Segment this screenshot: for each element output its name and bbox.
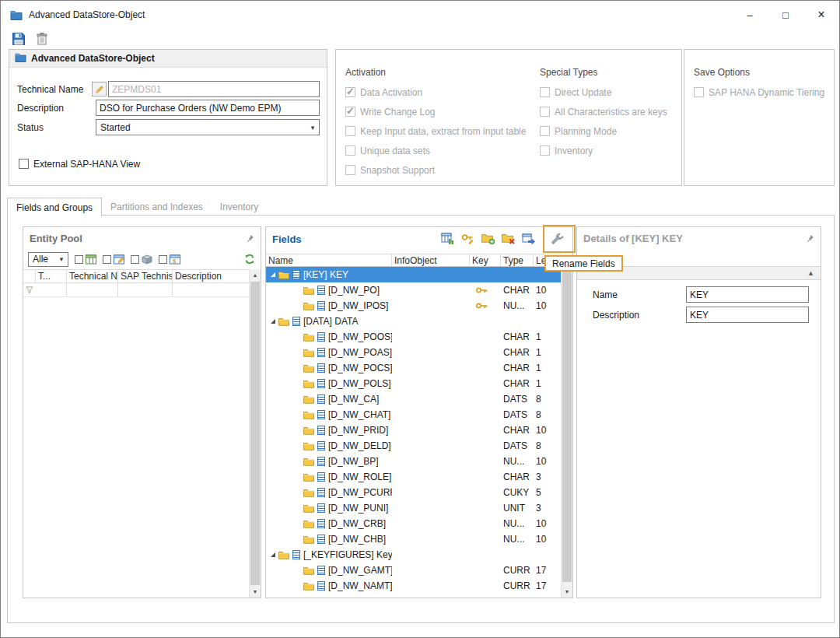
add-fields-icon[interactable] (440, 231, 456, 247)
infoobject-cell (392, 485, 470, 500)
save-option-checkbox-row[interactable]: SAP HANA Dynamic Tiering (694, 82, 824, 102)
field-row[interactable]: [DATA] DATA (266, 314, 561, 329)
move-fields-icon[interactable] (521, 231, 537, 247)
minimize-button[interactable]: – (732, 1, 768, 29)
column-header-description[interactable]: Description (173, 270, 249, 282)
pin-icon[interactable] (806, 234, 814, 243)
checkbox[interactable] (345, 145, 355, 156)
filter-checkbox-dso[interactable] (103, 255, 111, 264)
special-type-checkbox-row[interactable]: Inventory (540, 141, 667, 160)
fields-tree: [KEY] KEY (266, 267, 561, 598)
checkbox[interactable] (345, 126, 355, 136)
special-type-checkbox-row[interactable]: Direct Update (540, 82, 667, 102)
details-name-input[interactable] (686, 286, 809, 303)
field-row[interactable]: [D_NW_CHAT] DATS 8 (266, 407, 561, 422)
column-header-infoobject[interactable]: InfoObject (392, 254, 470, 266)
checkbox[interactable] (345, 165, 355, 175)
main-toolbar (10, 30, 51, 47)
field-row[interactable]: [D_NW_BP] NU... 10 (266, 454, 561, 469)
save-icon[interactable] (10, 30, 27, 47)
field-row[interactable]: [D_NW_POCS] CHAR 1 (266, 360, 561, 376)
tab[interactable]: Partitions and Indexes (102, 198, 212, 216)
field-row[interactable]: [KEY] KEY (266, 267, 561, 282)
field-row[interactable]: [_KEYFIGURES] Key... (266, 547, 561, 563)
length-cell: 17 (534, 563, 561, 578)
refresh-icon[interactable] (243, 253, 256, 265)
field-row[interactable]: [D_NW_DELD] DATS 8 (266, 438, 561, 454)
checkbox[interactable] (540, 107, 550, 117)
checkbox[interactable] (540, 145, 550, 156)
column-header-sap-technical[interactable]: SAP Technis... (118, 270, 173, 282)
filter-cell[interactable] (173, 283, 249, 296)
column-header-type[interactable]: T... (36, 270, 67, 282)
checkbox-label: Keep Input data, extract from input tabl… (360, 126, 526, 137)
scroll-up-arrow[interactable]: ▲ (250, 269, 261, 281)
funnel-icon[interactable] (23, 283, 36, 296)
field-row[interactable]: [D_NW_POOS] CHAR 1 (266, 329, 561, 345)
field-row[interactable]: [D_NW_POAS] CHAR 1 (266, 345, 561, 360)
technical-name-input[interactable] (108, 81, 320, 97)
field-row[interactable]: [D_NW_IPOS] NU... 10 (266, 298, 561, 314)
field-row[interactable]: [D_NW_POLS] CHAR 1 (266, 376, 561, 391)
checkbox[interactable] (345, 107, 355, 117)
edit-pencil-button[interactable] (92, 82, 107, 96)
scroll-down-arrow[interactable]: ▼ (562, 586, 572, 598)
external-hana-view-checkbox[interactable] (19, 159, 29, 169)
tree-expander-icon[interactable] (271, 319, 275, 324)
tree-expander-icon[interactable] (271, 552, 275, 557)
filter-cell[interactable] (118, 283, 173, 296)
activation-checkbox-row[interactable]: Write Change Log (345, 102, 526, 121)
column-header-type[interactable]: Type (501, 254, 534, 266)
maximize-button[interactable]: □ (768, 1, 803, 29)
filter-checkbox-cube[interactable] (131, 255, 139, 264)
activation-checkbox-row[interactable]: Data Activation (345, 82, 526, 102)
scroll-thumb[interactable] (250, 282, 260, 585)
tree-expander-icon[interactable] (271, 272, 275, 277)
column-header-key[interactable]: Key (470, 254, 501, 266)
field-row[interactable]: [D_NW_CHB] NU... 10 (266, 531, 561, 547)
activation-checkbox-row[interactable]: Keep Input data, extract from input tabl… (345, 121, 526, 141)
details-description-input[interactable] (686, 307, 809, 323)
field-row[interactable]: [D_NW_PRID] CHAR 10 (266, 422, 561, 438)
scroll-thumb[interactable] (562, 266, 572, 582)
manage-keys-icon[interactable] (460, 231, 476, 247)
add-group-icon[interactable] (481, 231, 496, 247)
field-row[interactable]: [D_NW_CRB] NU... 10 (266, 516, 561, 531)
field-row[interactable]: [D_NW_ROLE] CHAR 3 (266, 469, 561, 485)
column-header-name[interactable]: Name (266, 254, 392, 266)
length-cell: 1 (534, 360, 561, 376)
fields-scrollbar[interactable]: ▲ ▼ (561, 254, 572, 598)
tab[interactable]: Fields and Groups (7, 198, 102, 216)
delete-icon[interactable] (33, 30, 51, 47)
chevron-up-icon[interactable]: ▲ (807, 269, 814, 277)
delete-group-icon[interactable] (501, 231, 516, 247)
entity-pool-scrollbar[interactable]: ▲ ▼ (249, 269, 261, 598)
field-row[interactable]: [D_NW_PO] CHAR 10 (266, 282, 561, 298)
filter-checkbox-keyfigure[interactable] (159, 255, 167, 264)
entity-filter-dropdown[interactable]: Alle ▾ (28, 252, 68, 267)
special-type-checkbox-row[interactable]: All Characteristics are keys (540, 102, 667, 121)
field-row[interactable]: [D_NW_NAMT] CURR 17 (266, 578, 561, 594)
filter-cell[interactable] (67, 283, 118, 296)
close-button[interactable]: × (803, 1, 839, 29)
scroll-down-arrow[interactable]: ▼ (250, 586, 261, 598)
activation-checkbox-row[interactable]: Snapshot Support (345, 160, 526, 180)
description-input[interactable] (96, 100, 320, 116)
field-row[interactable]: [D_NW_PCURR] CUKY 5 (266, 485, 561, 500)
row-name: [D_NW_CRB] (328, 518, 386, 529)
filter-cell[interactable] (36, 283, 67, 296)
column-header-technical-name[interactable]: Technical N... (67, 270, 118, 282)
filter-checkbox-infoprovider[interactable] (75, 255, 83, 264)
checkbox[interactable] (540, 126, 550, 136)
pin-icon[interactable] (246, 234, 254, 243)
field-row[interactable]: [D_NW_PUNI] UNIT 3 (266, 500, 561, 516)
special-type-checkbox-row[interactable]: Planning Mode (540, 121, 667, 141)
status-dropdown[interactable]: Started ▾ (96, 119, 320, 135)
checkbox[interactable] (694, 87, 704, 97)
activation-checkbox-row[interactable]: Unique data sets (345, 141, 526, 160)
field-row[interactable]: [D_NW_CA] DATS 8 (266, 391, 561, 407)
checkbox[interactable] (540, 87, 550, 97)
checkbox[interactable] (345, 87, 355, 97)
tab[interactable]: Inventory (212, 198, 267, 216)
field-row[interactable]: [D_NW_GAMT] CURR 17 (266, 563, 561, 578)
